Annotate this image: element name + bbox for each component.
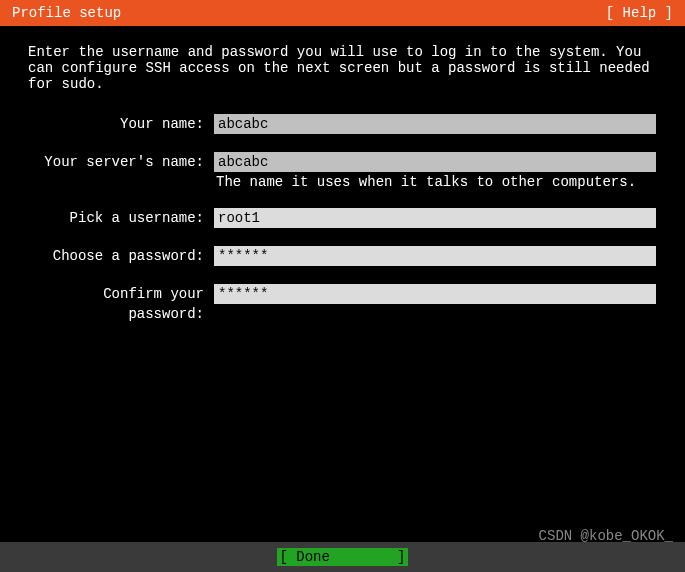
username-label: Pick a username:: [28, 208, 214, 228]
done-button[interactable]: [ Done ]: [277, 548, 407, 566]
titlebar: Profile setup [ Help ]: [0, 0, 685, 26]
username-field-col: [214, 208, 657, 228]
server-field-col: The name it uses when it talks to other …: [214, 152, 657, 190]
name-input[interactable]: [214, 114, 656, 134]
confirm-label: Confirm your password:: [28, 284, 214, 324]
form-row-confirm: Confirm your password:: [28, 284, 657, 324]
intro-text: Enter the username and password you will…: [28, 44, 657, 92]
server-hint: The name it uses when it talks to other …: [214, 174, 657, 190]
name-field-col: [214, 114, 657, 134]
content-area: Enter the username and password you will…: [0, 26, 685, 324]
confirm-input[interactable]: [214, 284, 656, 304]
username-input[interactable]: [214, 208, 656, 228]
footer-bar: [ Done ]: [0, 542, 685, 572]
form-row-password: Choose a password:: [28, 246, 657, 266]
password-input[interactable]: [214, 246, 656, 266]
form-row-name: Your name:: [28, 114, 657, 134]
form-row-server: Your server's name: The name it uses whe…: [28, 152, 657, 190]
confirm-field-col: [214, 284, 657, 304]
form-row-username: Pick a username:: [28, 208, 657, 228]
password-label: Choose a password:: [28, 246, 214, 266]
server-label: Your server's name:: [28, 152, 214, 172]
screen-title: Profile setup: [12, 5, 121, 21]
password-field-col: [214, 246, 657, 266]
help-button[interactable]: [ Help ]: [606, 5, 673, 21]
server-input[interactable]: [214, 152, 656, 172]
name-label: Your name:: [28, 114, 214, 134]
